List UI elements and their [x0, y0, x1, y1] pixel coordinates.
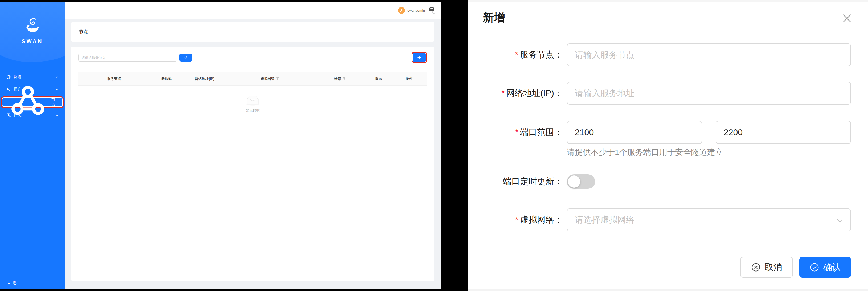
add-node-button[interactable] — [413, 53, 426, 62]
logout-button[interactable]: 退出 — [6, 281, 20, 286]
log-document-icon — [6, 113, 11, 118]
plus-icon — [417, 55, 422, 60]
network-globe-icon — [6, 75, 11, 79]
annotation-highlight-box: 节点 — [1, 96, 64, 108]
field-label: *虚拟网络： — [468, 214, 567, 226]
annotation-highlight-box — [412, 52, 427, 63]
column-header: 服务节点 — [78, 72, 150, 86]
column-header: 虚拟网络 — [226, 72, 313, 86]
add-node-form: *服务节点： *网络地址(IP)： *端口范围： - 请提供不 — [468, 2, 868, 278]
sidebar: SWAN 网络 用户 — [0, 2, 65, 289]
main-content: swanadmin 节点 — [65, 2, 441, 289]
empty-box-icon — [245, 95, 260, 106]
page-title: 节点 — [79, 29, 88, 35]
confirm-button[interactable]: 确认 — [799, 257, 851, 278]
logout-icon — [6, 282, 10, 285]
table-header-row: 服务节点 激活码 网络地址(IP) 虚拟网络 状态 提示 操作 — [78, 72, 427, 86]
cancel-label: 取消 — [765, 261, 782, 273]
column-header: 激活码 — [150, 72, 183, 86]
form-row-port-schedule: 端口定时更新： — [468, 174, 868, 189]
circle-check-icon — [809, 262, 819, 272]
nodes-cluster-icon — [7, 82, 49, 123]
network-address-input[interactable] — [567, 82, 851, 105]
filter-icon[interactable] — [343, 77, 346, 80]
sidebar-item-label: 日志 — [14, 113, 21, 118]
search-icon — [184, 55, 188, 59]
virtual-network-select[interactable]: 请选择虚拟网络 — [567, 208, 851, 231]
person-icon — [400, 8, 404, 12]
required-mark: * — [515, 50, 518, 59]
column-header: 操作 — [391, 72, 427, 86]
field-label: 端口定时更新： — [468, 176, 567, 188]
table-toolbar — [78, 52, 427, 63]
cancel-button[interactable]: 取消 — [740, 257, 793, 278]
sidebar-item-nodes[interactable]: 节点 — [2, 97, 63, 107]
form-row-virtual-network: *虚拟网络： 请选择虚拟网络 — [468, 208, 868, 231]
sidebar-item-network[interactable]: 网络 — [3, 72, 62, 82]
port-schedule-toggle[interactable] — [567, 174, 595, 189]
required-mark: * — [515, 127, 518, 137]
empty-state: 暂无数据 — [78, 86, 427, 122]
confirm-label: 确认 — [823, 261, 841, 273]
app-window: SWAN 网络 用户 — [0, 2, 441, 289]
service-node-input[interactable] — [567, 43, 851, 66]
port-to-input[interactable] — [716, 121, 851, 144]
toggle-knob — [568, 175, 580, 188]
top-header-bar: swanadmin — [65, 2, 441, 19]
logo-text: SWAN — [0, 38, 65, 44]
column-header: 网络地址(IP) — [183, 72, 226, 86]
screen-share-icon[interactable] — [429, 7, 435, 13]
form-row-network-address: *网络地址(IP)： — [468, 82, 868, 105]
range-separator: - — [708, 128, 710, 137]
sidebar-item-label: 节点 — [52, 97, 58, 107]
username-label: swanadmin — [407, 8, 425, 12]
port-from-input[interactable] — [567, 121, 702, 144]
column-header: 状态 — [313, 72, 366, 86]
chevron-down-icon — [55, 88, 58, 91]
avatar[interactable] — [398, 7, 405, 14]
app-logo: SWAN — [0, 14, 65, 44]
logout-label: 退出 — [13, 281, 20, 286]
nodes-table-card: 服务节点 激活码 网络地址(IP) 虚拟网络 状态 提示 操作 暂无数据 — [71, 46, 434, 281]
filter-icon[interactable] — [276, 77, 279, 80]
modal-footer: 取消 确认 — [468, 257, 868, 278]
chevron-down-icon — [55, 75, 58, 78]
chevron-down-icon — [55, 114, 58, 117]
swan-logo-icon — [24, 14, 41, 37]
chevron-down-icon — [836, 217, 843, 224]
form-row-port-range: *端口范围： - — [468, 121, 868, 144]
page-title-card: 节点 — [71, 22, 434, 41]
search-input[interactable] — [78, 54, 177, 62]
circle-x-icon — [751, 262, 761, 272]
required-mark: * — [515, 215, 518, 224]
search-button[interactable] — [180, 54, 192, 62]
sidebar-item-label: 网络 — [14, 74, 21, 79]
column-header: 提示 — [366, 72, 391, 86]
select-placeholder: 请选择虚拟网络 — [575, 214, 634, 226]
field-label: *网络地址(IP)： — [468, 87, 567, 99]
sidebar-menu: 网络 用户 节点 — [0, 72, 65, 123]
empty-text: 暂无数据 — [246, 108, 259, 113]
port-range-hint: 请提供不少于1个服务端口用于安全隧道建立 — [567, 147, 868, 158]
form-row-service-node: *服务节点： — [468, 43, 868, 66]
required-mark: * — [501, 88, 504, 98]
add-node-modal: 新增 *服务节点： *网络地址(IP)： *端口范围： — [468, 0, 868, 291]
field-label: *端口范围： — [468, 126, 567, 138]
field-label: *服务节点： — [468, 49, 567, 61]
